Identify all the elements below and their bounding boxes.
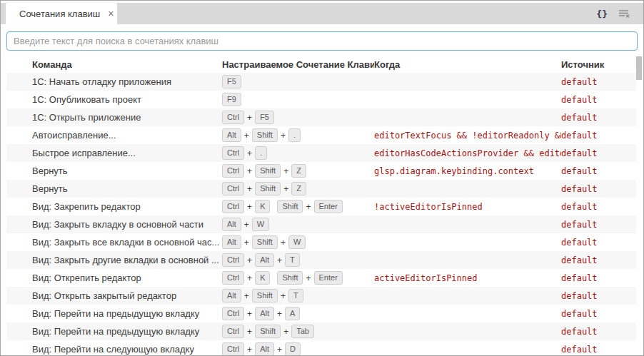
keyboard-shortcuts-window: Сочетания клавиш × {} Команда Настраивае… [0,0,644,356]
shortcut-row[interactable]: Вид: Закрыть другие вкладки в основной .… [6,251,636,269]
tab-title: Сочетания клавиш [19,9,100,19]
key-badge: W [288,235,306,249]
shortcut-row[interactable]: Вид: Перейти на предыдущую вкладку Ctrl+… [6,322,636,340]
keybinding-cell: Alt+Shift+. [222,128,374,142]
command-label: Вид: Перейти на предыдущую вкладку [6,326,222,337]
key-chord-group: Ctrl+K [222,271,270,285]
source-label: default [561,327,636,337]
key-chord-group: Alt+Shift+T [222,289,303,302]
key-badge: D [285,342,301,356]
command-label: 1С: Открыть приложение [6,112,222,123]
key-badge: Shift [252,128,278,142]
shortcut-rows: 1С: Начать отладку приложения F5 default… [6,73,636,356]
keybinding-cell: Alt+Shift+T [222,289,374,302]
keybinding-cell: Ctrl+Alt+D [222,342,374,356]
key-badge: Alt [255,253,274,267]
shortcut-row[interactable]: Вид: Закрыть все вкладки в основной час.… [6,233,636,251]
keybinding-cell: Ctrl+KShift+Enter [222,271,374,285]
shortcut-row[interactable]: Вид: Перейти на предыдущую вкладку Ctrl+… [6,305,636,322]
source-label: default [561,113,636,123]
key-badge: F5 [222,75,241,88]
source-label: default [561,345,636,355]
search-area [1,24,643,56]
close-tab-icon[interactable]: × [106,8,115,19]
key-badge: Alt [255,342,274,356]
command-label: Вид: Закрепить редактор [6,201,222,212]
shortcut-row[interactable]: 1С: Открыть приложение Ctrl+F5 default [6,108,636,126]
keybinding-cell: Ctrl+Shift+Tab [222,325,374,338]
plus-separator: + [244,238,249,248]
command-label: Быстрое исправление... [6,148,222,158]
command-label: 1С: Опубликовать проект [6,94,222,105]
key-badge: Z [291,164,306,178]
key-chord-group: Ctrl+Shift+Z [222,182,306,195]
key-badge: Shift [252,235,278,249]
search-input[interactable] [6,31,638,51]
key-badge: Alt [222,289,241,302]
keybinding-cell: Ctrl+. [222,146,374,160]
command-label: Вид: Перейти на предыдущую вкладку [6,308,222,319]
key-badge: . [288,128,301,142]
key-badge: Ctrl [222,200,244,213]
command-label: Вид: Открыть закрытый редактор [6,290,222,301]
shortcut-row[interactable]: Вернуть Ctrl+Shift+Z default [6,180,636,198]
tab-keyboard-shortcuts[interactable]: Сочетания клавиш × [6,3,117,24]
key-badge: Alt [222,235,241,249]
key-chord-group: F9 [222,93,241,106]
key-badge: Ctrl [222,111,244,124]
source-label: default [561,131,636,141]
shortcut-row[interactable]: 1С: Опубликовать проект F9 default [6,91,636,108]
key-chord-group: Ctrl+Alt+T [222,253,300,267]
key-badge: T [285,253,300,267]
shortcut-row[interactable]: Автоисправление... Alt+Shift+. editorTex… [6,126,636,144]
open-keybindings-json-button[interactable]: {} [596,9,608,19]
plus-separator: + [283,166,288,176]
key-badge: T [288,289,303,302]
plus-separator: + [306,202,311,212]
key-chord-group: Alt+Shift+W [222,235,306,249]
clear-sort-icon[interactable] [618,8,630,19]
key-badge: Enter [314,271,343,285]
plus-separator: + [277,309,282,319]
key-badge: Alt [222,128,241,142]
plus-separator: + [283,327,288,337]
shortcut-row[interactable]: Вид: Перейти на следующую вкладку Ctrl+A… [6,340,636,356]
source-label: default [561,291,636,301]
tab-toolbar: {} [596,3,643,24]
keybinding-cell: Ctrl+KShift+Enter [222,200,374,213]
column-header-source[interactable]: Источник [561,59,636,70]
plus-separator: + [247,327,252,337]
key-chord-group: Ctrl+Shift+Z [222,164,306,178]
key-badge: Shift [255,182,281,195]
key-chord-group: Ctrl+Shift+Tab [222,325,314,338]
command-label: Вид: Открепить редактор [6,273,222,283]
key-badge: Ctrl [222,253,244,267]
plus-separator: + [247,184,252,194]
shortcut-row[interactable]: Вид: Закрепить редактор Ctrl+KShift+Ente… [6,198,636,215]
plus-separator: + [281,291,286,301]
shortcut-row[interactable]: Вид: Закрыть вкладку в основной части Al… [6,215,636,233]
shortcut-row[interactable]: Вид: Открепить редактор Ctrl+KShift+Ente… [6,269,636,287]
key-badge: F5 [255,111,274,124]
shortcut-row[interactable]: Вернуть Ctrl+Shift+Z glsp.diagram.keybin… [6,162,636,180]
shortcut-row[interactable]: Вид: Открыть закрытый редактор Alt+Shift… [6,287,636,305]
column-header-keybinding[interactable]: Настраиваемое Сочетание Клавиш [222,59,374,70]
when-clause: !activeEditorIsPinned [374,202,561,212]
key-badge: Alt [222,218,241,231]
vertical-scrollbar-thumb[interactable] [636,56,642,80]
command-label: Автоисправление... [6,130,222,141]
key-badge: W [252,218,269,231]
keybinding-cell: Alt+Shift+W [222,235,374,249]
source-label: default [561,95,636,105]
plus-separator: + [247,345,252,355]
source-label: default [561,77,636,87]
column-header-when[interactable]: Когда [374,59,561,70]
shortcut-row[interactable]: 1С: Начать отладку приложения F5 default [6,73,636,91]
key-chord-group: Shift+Enter [277,271,342,285]
key-chord-group: Alt+Shift+. [222,128,301,142]
plus-separator: + [281,238,286,248]
shortcut-row[interactable]: Быстрое исправление... Ctrl+. editorHasC… [6,144,636,162]
plus-separator: + [247,273,252,283]
column-header-command[interactable]: Команда [6,59,222,70]
source-label: default [561,273,636,283]
